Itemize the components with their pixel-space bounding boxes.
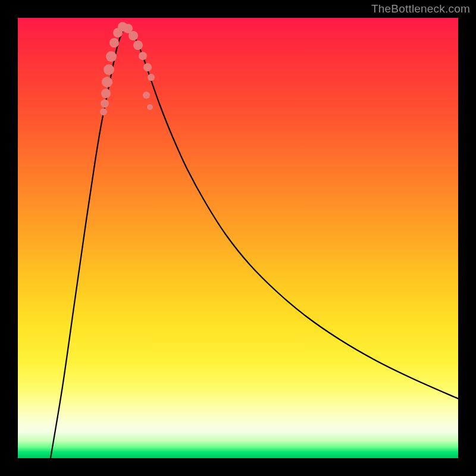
data-marker — [133, 40, 143, 50]
data-marker — [104, 64, 114, 75]
watermark-text: TheBottleneck.com — [371, 2, 470, 15]
data-marker — [101, 89, 111, 98]
chart-frame: TheBottleneck.com — [0, 0, 476, 476]
data-marker — [102, 77, 112, 87]
data-marker — [106, 51, 117, 62]
data-marker — [148, 74, 155, 81]
data-marker — [100, 108, 107, 115]
marker-group — [100, 22, 155, 115]
data-marker — [109, 38, 119, 48]
data-marker — [143, 92, 150, 99]
plot-area — [18, 18, 458, 458]
data-marker — [143, 63, 152, 71]
chart-svg — [18, 18, 458, 458]
data-marker — [147, 104, 153, 110]
data-marker — [139, 52, 147, 60]
bottleneck-curve — [51, 27, 458, 458]
data-marker — [129, 31, 138, 40]
data-marker — [101, 99, 109, 108]
